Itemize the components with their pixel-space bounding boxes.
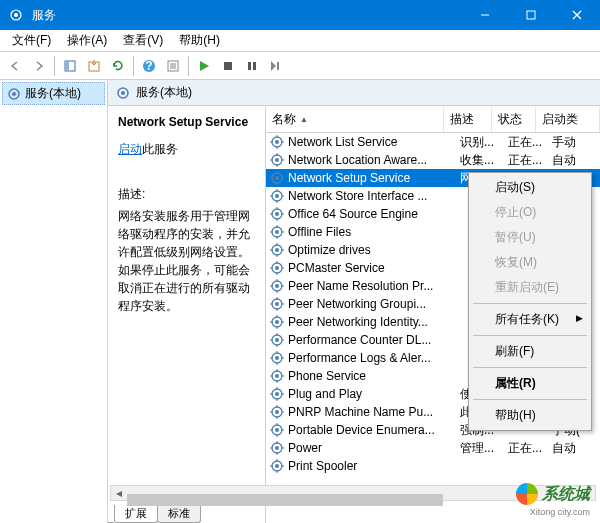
svg-point-1 xyxy=(14,13,18,17)
tree-root-services-local[interactable]: 服务(本地) xyxy=(2,82,105,105)
context-menu: 启动(S)停止(O)暂停(U)恢复(M)重新启动(E)所有任务(K)▶刷新(F)… xyxy=(468,172,592,431)
service-row[interactable]: Power管理...正在...自动 xyxy=(266,439,600,457)
service-gear-icon xyxy=(270,135,284,149)
service-gear-icon xyxy=(270,279,284,293)
minimize-button[interactable] xyxy=(462,0,508,30)
service-name-cell: Offline Files xyxy=(288,225,460,239)
titlebar: 服务 xyxy=(0,0,600,30)
service-row[interactable]: Network Location Aware...收集...正在...自动 xyxy=(266,151,600,169)
refresh-button[interactable] xyxy=(107,55,129,77)
description-label: 描述: xyxy=(118,186,255,203)
context-menu-item[interactable]: 启动(S) xyxy=(471,175,589,200)
start-link[interactable]: 启动 xyxy=(118,142,142,156)
svg-point-24 xyxy=(275,140,279,144)
detail-header-label: 服务(本地) xyxy=(136,84,192,101)
menu-separator xyxy=(473,335,587,336)
service-name-cell: Network List Service xyxy=(288,135,460,149)
gear-icon xyxy=(116,86,130,100)
watermark-text: 系统城 xyxy=(542,484,590,505)
forward-button[interactable] xyxy=(28,55,50,77)
menu-action[interactable]: 操作(A) xyxy=(59,30,115,51)
svg-point-96 xyxy=(275,356,279,360)
svg-rect-17 xyxy=(253,62,256,70)
svg-point-108 xyxy=(275,392,279,396)
menu-view[interactable]: 查看(V) xyxy=(115,30,171,51)
gear-icon xyxy=(8,7,24,23)
service-gear-icon xyxy=(270,153,284,167)
service-row[interactable]: Print Spooler xyxy=(266,457,600,475)
svg-point-132 xyxy=(275,464,279,468)
export-button[interactable] xyxy=(83,55,105,77)
start-service-button[interactable] xyxy=(193,55,215,77)
pause-service-button[interactable] xyxy=(241,55,263,77)
service-status-cell: 正在... xyxy=(508,440,552,457)
service-gear-icon xyxy=(270,387,284,401)
context-menu-item[interactable]: 属性(R) xyxy=(471,371,589,396)
column-desc[interactable]: 描述 xyxy=(444,107,492,132)
context-menu-item: 停止(O) xyxy=(471,200,589,225)
service-gear-icon xyxy=(270,243,284,257)
stop-service-button[interactable] xyxy=(217,55,239,77)
service-name-cell: Power xyxy=(288,441,460,455)
maximize-button[interactable] xyxy=(508,0,554,30)
service-row[interactable]: Network List Service识别...正在...手动 xyxy=(266,133,600,151)
watermark-logo-icon xyxy=(516,483,538,505)
svg-point-66 xyxy=(275,266,279,270)
service-name-cell: Network Setup Service xyxy=(288,171,460,185)
scroll-left-icon[interactable]: ◂ xyxy=(111,486,127,500)
svg-point-20 xyxy=(12,92,16,96)
service-gear-icon xyxy=(270,459,284,473)
service-gear-icon xyxy=(270,297,284,311)
restart-service-button[interactable] xyxy=(265,55,287,77)
menu-separator xyxy=(473,303,587,304)
description-pane: Network Setup Service 启动此服务 描述: 网络安装服务用于… xyxy=(108,107,266,523)
svg-point-22 xyxy=(121,91,125,95)
svg-point-42 xyxy=(275,194,279,198)
window-title: 服务 xyxy=(32,7,462,24)
svg-point-126 xyxy=(275,446,279,450)
svg-point-48 xyxy=(275,212,279,216)
list-header: 名称▲ 描述 状态 启动类 xyxy=(266,107,600,133)
service-startup-cell: 自动 xyxy=(552,440,600,457)
back-button[interactable] xyxy=(4,55,26,77)
service-gear-icon xyxy=(270,207,284,221)
service-desc-cell: 收集... xyxy=(460,152,508,169)
service-name-cell: Plug and Play xyxy=(288,387,460,401)
tab-extended[interactable]: 扩展 xyxy=(114,505,158,523)
column-status[interactable]: 状态 xyxy=(492,107,536,132)
menu-help[interactable]: 帮助(H) xyxy=(171,30,228,51)
menu-file[interactable]: 文件(F) xyxy=(4,30,59,51)
svg-rect-18 xyxy=(277,62,279,70)
service-gear-icon xyxy=(270,441,284,455)
column-startup[interactable]: 启动类 xyxy=(536,107,600,132)
service-name-cell: Peer Name Resolution Pr... xyxy=(288,279,460,293)
service-desc-cell: 管理... xyxy=(460,440,508,457)
help-button[interactable]: ? xyxy=(138,55,160,77)
column-name[interactable]: 名称▲ xyxy=(266,107,444,132)
properties-button[interactable] xyxy=(162,55,184,77)
show-hide-button[interactable] xyxy=(59,55,81,77)
service-gear-icon xyxy=(270,171,284,185)
sort-asc-icon: ▲ xyxy=(300,115,308,124)
service-gear-icon xyxy=(270,351,284,365)
gear-icon xyxy=(7,87,21,101)
menubar: 文件(F) 操作(A) 查看(V) 帮助(H) xyxy=(0,30,600,52)
svg-point-78 xyxy=(275,302,279,306)
toolbar: ? xyxy=(0,52,600,80)
detail-header: 服务(本地) xyxy=(108,80,600,106)
context-menu-item[interactable]: 刷新(F) xyxy=(471,339,589,364)
service-name-cell: Phone Service xyxy=(288,369,460,383)
context-menu-item[interactable]: 所有任务(K)▶ xyxy=(471,307,589,332)
service-name-cell: Performance Logs & Aler... xyxy=(288,351,460,365)
tabstrip: 扩展 标准 xyxy=(108,503,200,523)
watermark-sub: Xitong city.com xyxy=(530,507,590,517)
close-button[interactable] xyxy=(554,0,600,30)
service-name-cell: Performance Counter DL... xyxy=(288,333,460,347)
service-name-cell: Office 64 Source Engine xyxy=(288,207,460,221)
tab-standard[interactable]: 标准 xyxy=(157,505,201,523)
context-menu-item[interactable]: 帮助(H) xyxy=(471,403,589,428)
service-name-cell: Portable Device Enumera... xyxy=(288,423,460,437)
svg-point-36 xyxy=(275,176,279,180)
menu-separator xyxy=(473,367,587,368)
service-gear-icon xyxy=(270,423,284,437)
